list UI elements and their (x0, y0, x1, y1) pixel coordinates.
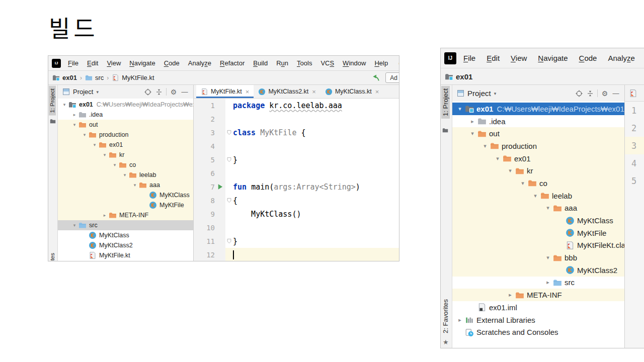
chevron-down-icon[interactable]: ▾ (60, 102, 68, 107)
menu-item-analyze[interactable]: Analyze (608, 54, 634, 62)
line-number[interactable]: 4 (625, 154, 644, 172)
chevron-down-icon[interactable]: ▾ (543, 254, 553, 261)
tree-row-aaa[interactable]: ▾aaa (58, 180, 193, 190)
gutter-cell[interactable]: 9 (194, 207, 225, 221)
tree-row-myktfilekt.cla[interactable]: MyKtFileKt.cla (452, 239, 624, 252)
menu-item-view[interactable]: View (511, 54, 527, 62)
menu-item-file[interactable]: File (463, 54, 475, 62)
chevron-down-icon[interactable]: ▾ (543, 205, 553, 211)
gutter-cell[interactable]: 12 (194, 248, 225, 261)
gutter-cell[interactable]: 11 (194, 234, 225, 248)
chevron-down-icon[interactable]: ▾ (111, 162, 119, 167)
gutter-cell[interactable]: 6 (194, 166, 225, 180)
tree-row-.idea[interactable]: ▸.idea (452, 115, 624, 128)
menu-item-view[interactable]: View (107, 59, 121, 67)
run-icon[interactable] (216, 183, 224, 191)
tree-row-myktclass[interactable]: MyKtClass (452, 214, 624, 227)
editor-tab-myktclass2.kt[interactable]: MyKtClass2.kt× (254, 85, 320, 98)
tree-row-myktfile.kt[interactable]: MyKtFile.kt (58, 250, 193, 260)
tool-tab-project[interactable]: 1: Project (441, 86, 450, 119)
chevron-down-icon[interactable]: ▾ (493, 155, 503, 162)
menu-item-help[interactable]: Help (374, 59, 388, 67)
tree-row-myktfile[interactable]: MyKtFile (452, 227, 624, 239)
gutter-cell[interactable]: 5 (194, 153, 225, 166)
locate-icon[interactable] (574, 89, 585, 98)
settings-gear-icon[interactable]: ⚙ (168, 88, 179, 96)
close-icon[interactable]: × (246, 88, 250, 96)
tree-row-out[interactable]: ▾out (58, 120, 193, 130)
tree-row-kr[interactable]: ▾kr (58, 150, 193, 160)
fold-marker-icon[interactable] (225, 198, 233, 203)
menu-item-code[interactable]: Code (164, 59, 180, 67)
project-panel-title[interactable]: Project (467, 89, 491, 98)
tool-tab-favorites[interactable]: 2: Favorites (441, 297, 450, 336)
tree-row-myktclass[interactable]: MyKtClass (58, 190, 193, 200)
breadcrumb-item-myktfile.kt[interactable]: MyKtFile.kt (112, 74, 154, 81)
tree-row-ex01[interactable]: ▾ex01 (58, 140, 193, 150)
tree-row-myktclass[interactable]: MyKtClass (58, 230, 193, 240)
editor-tab-myktclass.kt[interactable]: MyKtClass.kt× (320, 85, 384, 98)
tree-row-ex01[interactable]: ▾ex01 (452, 152, 624, 165)
menu-item-window[interactable]: Window (343, 59, 366, 67)
chevron-down-icon[interactable]: ▾ (494, 91, 497, 96)
locate-icon[interactable] (142, 88, 153, 96)
tree-row-co[interactable]: ▾co (58, 160, 193, 170)
fold-marker-icon[interactable] (225, 157, 233, 162)
green-arrow-icon[interactable] (372, 73, 380, 82)
editor-gutter[interactable]: 12345 (625, 102, 644, 190)
chevron-down-icon[interactable]: ▾ (505, 167, 515, 174)
chevron-right-icon[interactable]: ▸ (70, 112, 78, 117)
chevron-down-icon[interactable]: ▾ (91, 142, 99, 147)
tree-row-co[interactable]: ▾co (452, 177, 624, 190)
tree-row-ex01.iml[interactable]: ex01.iml (452, 301, 624, 314)
settings-gear-icon[interactable]: ⚙ (599, 89, 610, 98)
tree-row-kr[interactable]: ▾kr (452, 164, 624, 177)
gutter-cell[interactable]: 4 (194, 139, 225, 153)
tree-row-src[interactable]: ▾src (58, 220, 193, 230)
chevron-down-icon[interactable]: ▾ (467, 130, 477, 137)
chevron-down-icon[interactable]: ▾ (70, 122, 78, 127)
line-number[interactable]: 1 (625, 102, 644, 119)
breadcrumb-item-ex01[interactable]: ex01 (52, 74, 77, 81)
chevron-right-icon[interactable]: ▸ (455, 317, 465, 323)
tool-tab-favorites-partial[interactable]: tes (49, 250, 56, 261)
fold-marker-icon[interactable] (225, 238, 233, 244)
hide-panel-icon[interactable]: — (610, 89, 621, 97)
line-number[interactable]: 3 (625, 137, 644, 154)
menu-item-edit[interactable]: Edit (87, 59, 98, 67)
tree-row-meta-inf[interactable]: ▸META-INF (452, 289, 624, 301)
gutter-cell[interactable]: 10 (194, 221, 225, 234)
menu-item-refactor[interactable]: Refactor (220, 59, 245, 67)
menu-item-edit[interactable]: Edit (487, 54, 500, 62)
tree-row-external libraries[interactable]: ▸External Libraries (452, 314, 624, 326)
tree-row-myktclass2[interactable]: MyKtClass2 (58, 240, 193, 250)
gutter-cell[interactable]: 1 (194, 99, 225, 112)
menu-item-code[interactable]: Code (579, 54, 597, 62)
tree-row-leelab[interactable]: ▾leelab (58, 170, 193, 180)
chevron-right-icon[interactable]: ▸ (101, 213, 109, 218)
chevron-right-icon[interactable]: ▸ (467, 118, 477, 125)
code-editor[interactable]: 1package kr.co.leelab.aaa23class MyKtFil… (194, 99, 399, 261)
tree-row-scratches and consoles[interactable]: Scratches and Consoles (452, 326, 624, 338)
tree-row-meta-inf[interactable]: ▸META-INF (58, 210, 193, 220)
chevron-down-icon[interactable]: ▾ (518, 180, 528, 187)
tree-row-out[interactable]: ▾out (452, 127, 624, 140)
menu-item-run[interactable]: Run (276, 59, 288, 67)
tree-row-ex01[interactable]: ▾ex01C:₩Users₩leeji₩IdeaProjects₩ex01 (58, 100, 193, 110)
menu-item-build[interactable]: Build (253, 59, 268, 67)
menu-item-file[interactable]: File (68, 59, 78, 67)
chevron-down-icon[interactable]: ▾ (455, 106, 465, 112)
breadcrumb-item-ex01[interactable]: ex01 (445, 72, 472, 81)
chevron-right-icon[interactable]: ▸ (505, 292, 515, 298)
menu-item-navigate[interactable]: Navigate (538, 54, 568, 62)
tree-row-production[interactable]: ▾production (452, 140, 624, 152)
chevron-down-icon[interactable]: ▾ (530, 193, 540, 199)
tree-row-bbb[interactable]: ▾bbb (452, 251, 624, 264)
chevron-down-icon[interactable]: ▾ (96, 89, 99, 95)
tree-row-aaa[interactable]: ▾aaa (452, 202, 624, 215)
chevron-down-icon[interactable]: ▾ (80, 132, 89, 137)
menu-item-navigate[interactable]: Navigate (129, 59, 155, 67)
chevron-down-icon[interactable]: ▾ (70, 223, 78, 228)
tool-tab-project[interactable]: 1: Project (49, 86, 56, 116)
tree-row-leelab[interactable]: ▾leelab (452, 190, 624, 202)
